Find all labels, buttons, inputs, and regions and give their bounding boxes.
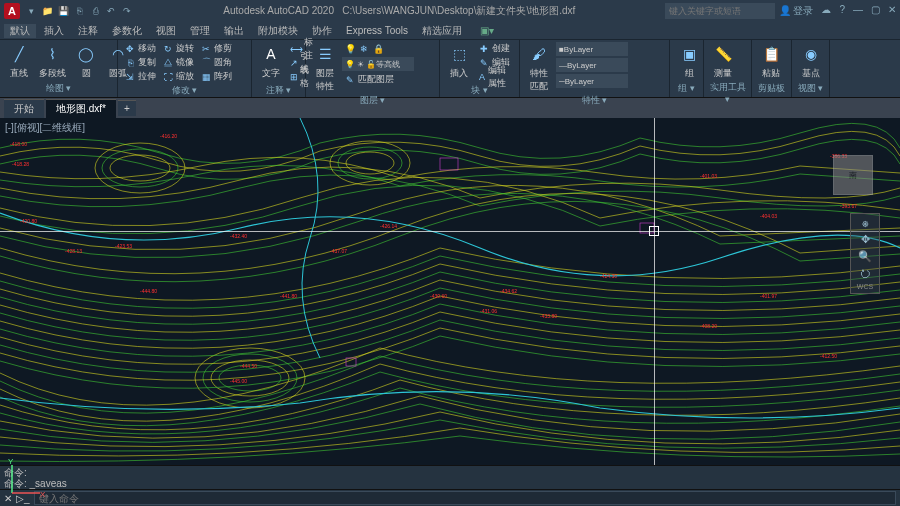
close-icon[interactable]: ✕ xyxy=(888,4,896,18)
help-search-input[interactable] xyxy=(665,3,775,19)
svg-text:-445.00: -445.00 xyxy=(230,378,247,384)
lweight-combo[interactable]: — ByLayer xyxy=(556,58,628,72)
crosshair-vertical xyxy=(654,118,655,465)
tab-manage[interactable]: 管理 xyxy=(184,24,216,38)
svg-text:-426.14: -426.14 xyxy=(380,223,397,229)
contour-drawing: -418.00 -418.28 -416.20 -420.80 -428.13 … xyxy=(0,118,900,465)
svg-text:X: X xyxy=(40,490,46,499)
nav-zoom-icon[interactable]: 🔍 xyxy=(858,250,872,263)
svg-text:-432.40: -432.40 xyxy=(230,233,247,239)
svg-point-5 xyxy=(346,152,394,174)
rotate-button[interactable]: ↻旋转 xyxy=(160,42,196,55)
minimize-icon[interactable]: — xyxy=(853,4,863,18)
copy-button[interactable]: ⎘复制 xyxy=(122,56,158,69)
tab-view[interactable]: 视图 xyxy=(150,24,182,38)
blockcreate-button[interactable]: ✚创建 xyxy=(476,42,515,55)
matchlayer-button[interactable]: ✎匹配图层 xyxy=(342,73,414,86)
fillet-button[interactable]: ⌒圆角 xyxy=(198,56,234,69)
base-button[interactable]: ◉基点 xyxy=(796,42,826,80)
svg-text:-418.00: -418.00 xyxy=(10,141,27,147)
line-button[interactable]: ╱直线 xyxy=(4,42,34,80)
nav-wheel-icon[interactable]: ⎈ xyxy=(862,217,869,229)
layer-combo[interactable]: 💡 ☀ 🔓 等高线 xyxy=(342,57,414,71)
svg-point-6 xyxy=(195,348,305,408)
filetab-active[interactable]: 地形图.dxf* xyxy=(46,99,116,118)
crosshair-horizontal xyxy=(0,231,900,232)
svg-text:-437.07: -437.07 xyxy=(330,248,347,254)
panel-clip-title[interactable]: 剪贴板 xyxy=(756,81,787,95)
paste-button[interactable]: 📋粘贴 xyxy=(756,42,786,80)
insert-button[interactable]: ⬚插入 xyxy=(444,42,474,80)
tab-expand-icon[interactable]: ▣▾ xyxy=(474,25,500,36)
app-logo[interactable]: A xyxy=(4,3,20,19)
svg-text:-423.53: -423.53 xyxy=(115,243,132,249)
pickbox xyxy=(649,226,659,236)
circle-button[interactable]: ◯圆 xyxy=(71,42,101,80)
svg-text:-433.80: -433.80 xyxy=(540,313,557,319)
svg-rect-10 xyxy=(440,158,458,170)
tab-annotate[interactable]: 注释 xyxy=(72,24,104,38)
nav-orbit-icon[interactable]: ⭮ xyxy=(860,267,871,279)
qat-new-icon[interactable]: ▾ xyxy=(24,4,38,18)
viewport-label[interactable]: [-][俯视][二维线框] xyxy=(5,121,85,135)
array-button[interactable]: ▦阵列 xyxy=(198,70,234,83)
signin-link[interactable]: 👤 登录 xyxy=(779,4,814,18)
text-button[interactable]: A文字 xyxy=(256,42,286,80)
panel-props-title[interactable]: 特性 ▾ xyxy=(524,93,665,107)
svg-text:-416.20: -416.20 xyxy=(160,133,177,139)
svg-text:-424.30: -424.30 xyxy=(600,273,617,279)
tab-default[interactable]: 默认 xyxy=(4,24,36,38)
panel-util-title[interactable]: 实用工具 ▾ xyxy=(708,80,747,104)
group-button[interactable]: ▣组 xyxy=(674,42,704,80)
attedit-button[interactable]: A编辑属性 xyxy=(476,70,515,83)
panel-modify-title[interactable]: 修改 ▾ xyxy=(122,83,247,97)
tab-insert[interactable]: 插入 xyxy=(38,24,70,38)
svg-text:-430.60: -430.60 xyxy=(430,293,447,299)
filetab-start[interactable]: 开始 xyxy=(4,99,44,118)
tab-express[interactable]: Express Tools xyxy=(340,25,414,36)
panel-view-title[interactable]: 视图 ▾ xyxy=(796,81,825,95)
svg-point-2 xyxy=(110,155,170,181)
ltype-combo[interactable]: ─ ByLayer xyxy=(556,74,628,88)
svg-point-0 xyxy=(95,143,185,193)
tab-addins[interactable]: 附加模块 xyxy=(252,24,304,38)
drawing-canvas[interactable]: -418.00 -418.28 -416.20 -420.80 -428.13 … xyxy=(0,118,900,465)
qat-undo-icon[interactable]: ↶ xyxy=(104,4,118,18)
svg-point-7 xyxy=(203,354,297,402)
command-history[interactable]: 命令: 命令: _saveas xyxy=(0,465,900,489)
navigation-bar[interactable]: ⎈ ✥ 🔍 ⭮ WCS xyxy=(850,213,880,294)
color-combo[interactable]: ■ ByLayer xyxy=(556,42,628,56)
help-icon[interactable]: ? xyxy=(839,4,845,18)
mirror-button[interactable]: ⧋镜像 xyxy=(160,56,196,69)
viewcube[interactable]: 南 xyxy=(826,148,880,202)
matchprops-button[interactable]: 🖌特性 匹配 xyxy=(524,42,554,93)
move-button[interactable]: ✥移动 xyxy=(122,42,158,55)
qat-open-icon[interactable]: 📁 xyxy=(40,4,54,18)
qat-plot-icon[interactable]: ⎙ xyxy=(88,4,102,18)
svg-text:-434.62: -434.62 xyxy=(500,288,517,294)
polyline-button[interactable]: ⌇多段线 xyxy=(36,42,69,80)
svg-text:-401.97: -401.97 xyxy=(760,293,777,299)
window-title: Autodesk AutoCAD 2020 C:\Users\WANGJUN\D… xyxy=(138,4,661,18)
trim-button[interactable]: ✂修剪 xyxy=(198,42,234,55)
panel-draw-title[interactable]: 绘图 ▾ xyxy=(4,81,113,95)
scale-button[interactable]: ⛶缩放 xyxy=(160,70,196,83)
panel-group-title[interactable]: 组 ▾ xyxy=(674,81,699,95)
qat-saveas-icon[interactable]: ⎘ xyxy=(72,4,86,18)
qat-save-icon[interactable]: 💾 xyxy=(56,4,70,18)
tab-parametric[interactable]: 参数化 xyxy=(106,24,148,38)
command-input[interactable] xyxy=(34,491,896,505)
filetab-new[interactable]: + xyxy=(118,100,136,116)
measure-button[interactable]: 📏测量 xyxy=(708,42,738,80)
panel-annot-title[interactable]: 注释 ▾ xyxy=(256,83,301,97)
tab-featured[interactable]: 精选应用 xyxy=(416,24,468,38)
panel-block-title[interactable]: 块 ▾ xyxy=(444,83,515,97)
layerprops-button[interactable]: ☰图层 特性 xyxy=(310,42,340,93)
a360-icon[interactable]: ☁ xyxy=(821,4,831,18)
qat-redo-icon[interactable]: ↷ xyxy=(120,4,134,18)
nav-pan-icon[interactable]: ✥ xyxy=(861,233,870,246)
maximize-icon[interactable]: ▢ xyxy=(871,4,880,18)
stretch-button[interactable]: ⇲拉伸 xyxy=(122,70,158,83)
tab-output[interactable]: 输出 xyxy=(218,24,250,38)
panel-layer-title[interactable]: 图层 ▾ xyxy=(310,93,435,107)
